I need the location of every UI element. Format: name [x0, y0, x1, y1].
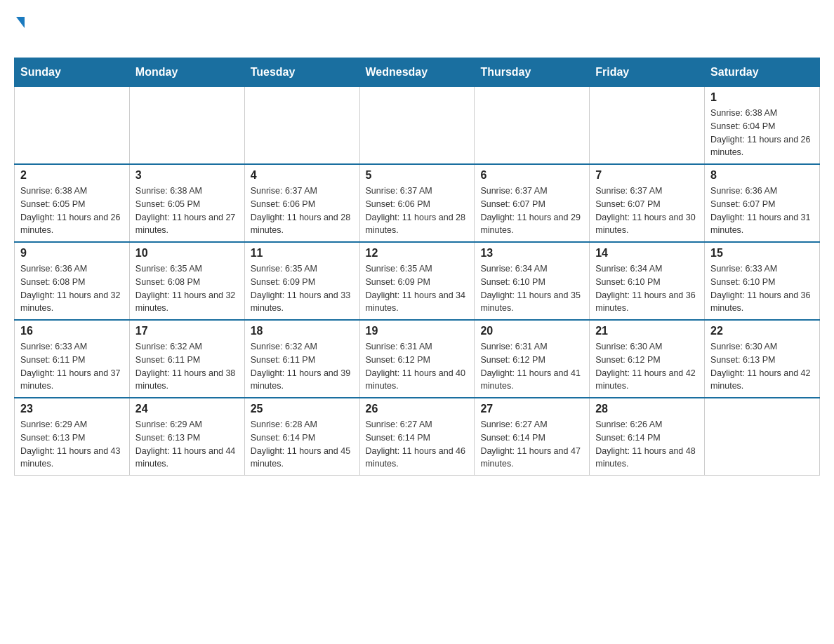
calendar-cell: 23Sunrise: 6:29 AMSunset: 6:13 PMDayligh… — [15, 398, 130, 476]
day-info: Sunrise: 6:38 AMSunset: 6:04 PMDaylight:… — [710, 107, 814, 159]
day-number: 19 — [366, 325, 469, 337]
calendar-cell: 18Sunrise: 6:32 AMSunset: 6:11 PMDayligh… — [244, 320, 359, 398]
weekday-header-wednesday: Wednesday — [359, 58, 475, 86]
day-info: Sunrise: 6:37 AMSunset: 6:06 PMDaylight:… — [251, 185, 354, 237]
calendar-week-row: 23Sunrise: 6:29 AMSunset: 6:13 PMDayligh… — [15, 398, 820, 476]
day-number: 12 — [366, 247, 469, 260]
calendar-cell: 6Sunrise: 6:37 AMSunset: 6:07 PMDaylight… — [475, 164, 590, 242]
day-number: 13 — [480, 247, 583, 260]
day-number: 10 — [135, 247, 239, 260]
calendar-cell: 14Sunrise: 6:34 AMSunset: 6:10 PMDayligh… — [590, 242, 705, 320]
day-number: 11 — [251, 247, 354, 260]
day-info: Sunrise: 6:30 AMSunset: 6:13 PMDaylight:… — [710, 340, 814, 393]
logo — [14, 14, 25, 51]
calendar-cell — [590, 86, 705, 164]
calendar-cell: 2Sunrise: 6:38 AMSunset: 6:05 PMDaylight… — [15, 164, 130, 242]
calendar-cell: 28Sunrise: 6:26 AMSunset: 6:14 PMDayligh… — [590, 398, 705, 476]
calendar-cell: 27Sunrise: 6:27 AMSunset: 6:14 PMDayligh… — [475, 398, 590, 476]
day-number: 23 — [20, 403, 124, 415]
calendar-cell: 1Sunrise: 6:38 AMSunset: 6:04 PMDaylight… — [705, 86, 820, 164]
calendar-cell: 15Sunrise: 6:33 AMSunset: 6:10 PMDayligh… — [705, 242, 820, 320]
day-number: 7 — [595, 169, 699, 182]
weekday-header-row: SundayMondayTuesdayWednesdayThursdayFrid… — [15, 58, 820, 86]
day-number: 6 — [480, 169, 583, 182]
weekday-header-monday: Monday — [129, 58, 244, 86]
calendar-cell: 10Sunrise: 6:35 AMSunset: 6:08 PMDayligh… — [129, 242, 244, 320]
day-info: Sunrise: 6:35 AMSunset: 6:09 PMDaylight:… — [251, 262, 354, 315]
day-number: 20 — [480, 325, 583, 337]
day-info: Sunrise: 6:34 AMSunset: 6:10 PMDaylight:… — [480, 262, 583, 315]
day-info: Sunrise: 6:27 AMSunset: 6:14 PMDaylight:… — [366, 418, 469, 471]
calendar-week-row: 2Sunrise: 6:38 AMSunset: 6:05 PMDaylight… — [15, 164, 820, 242]
day-info: Sunrise: 6:33 AMSunset: 6:10 PMDaylight:… — [710, 262, 814, 315]
day-number: 22 — [710, 325, 814, 337]
day-number: 27 — [480, 403, 583, 415]
day-number: 4 — [251, 169, 354, 182]
calendar-cell: 26Sunrise: 6:27 AMSunset: 6:14 PMDayligh… — [359, 398, 475, 476]
day-number: 8 — [710, 169, 814, 182]
day-info: Sunrise: 6:33 AMSunset: 6:11 PMDaylight:… — [20, 340, 124, 393]
day-info: Sunrise: 6:36 AMSunset: 6:07 PMDaylight:… — [710, 185, 814, 237]
calendar-cell: 8Sunrise: 6:36 AMSunset: 6:07 PMDaylight… — [705, 164, 820, 242]
day-number: 26 — [366, 403, 469, 415]
day-info: Sunrise: 6:27 AMSunset: 6:14 PMDaylight:… — [480, 418, 583, 471]
day-number: 15 — [710, 247, 814, 260]
calendar-cell: 16Sunrise: 6:33 AMSunset: 6:11 PMDayligh… — [15, 320, 130, 398]
calendar-cell: 7Sunrise: 6:37 AMSunset: 6:07 PMDaylight… — [590, 164, 705, 242]
page-header — [14, 14, 820, 51]
day-number: 18 — [251, 325, 354, 337]
day-info: Sunrise: 6:35 AMSunset: 6:08 PMDaylight:… — [135, 262, 239, 315]
calendar-table: SundayMondayTuesdayWednesdayThursdayFrid… — [14, 58, 820, 476]
day-info: Sunrise: 6:37 AMSunset: 6:07 PMDaylight:… — [480, 185, 583, 237]
day-number: 24 — [135, 403, 239, 415]
calendar-cell: 25Sunrise: 6:28 AMSunset: 6:14 PMDayligh… — [244, 398, 359, 476]
calendar-cell: 9Sunrise: 6:36 AMSunset: 6:08 PMDaylight… — [15, 242, 130, 320]
day-info: Sunrise: 6:31 AMSunset: 6:12 PMDaylight:… — [480, 340, 583, 393]
calendar-week-row: 16Sunrise: 6:33 AMSunset: 6:11 PMDayligh… — [15, 320, 820, 398]
day-number: 14 — [595, 247, 699, 260]
calendar-cell — [244, 86, 359, 164]
day-info: Sunrise: 6:26 AMSunset: 6:14 PMDaylight:… — [595, 418, 699, 471]
calendar-cell: 5Sunrise: 6:37 AMSunset: 6:06 PMDaylight… — [359, 164, 475, 242]
day-info: Sunrise: 6:31 AMSunset: 6:12 PMDaylight:… — [366, 340, 469, 393]
calendar-cell: 11Sunrise: 6:35 AMSunset: 6:09 PMDayligh… — [244, 242, 359, 320]
calendar-cell: 17Sunrise: 6:32 AMSunset: 6:11 PMDayligh… — [129, 320, 244, 398]
day-info: Sunrise: 6:32 AMSunset: 6:11 PMDaylight:… — [135, 340, 239, 393]
weekday-header-thursday: Thursday — [475, 58, 590, 86]
day-number: 28 — [595, 403, 699, 415]
calendar-cell — [705, 398, 820, 476]
day-info: Sunrise: 6:29 AMSunset: 6:13 PMDaylight:… — [20, 418, 124, 471]
day-info: Sunrise: 6:28 AMSunset: 6:14 PMDaylight:… — [251, 418, 354, 471]
calendar-cell: 20Sunrise: 6:31 AMSunset: 6:12 PMDayligh… — [475, 320, 590, 398]
calendar-cell: 3Sunrise: 6:38 AMSunset: 6:05 PMDaylight… — [129, 164, 244, 242]
day-info: Sunrise: 6:38 AMSunset: 6:05 PMDaylight:… — [20, 185, 124, 237]
calendar-cell — [475, 86, 590, 164]
calendar-cell: 19Sunrise: 6:31 AMSunset: 6:12 PMDayligh… — [359, 320, 475, 398]
weekday-header-sunday: Sunday — [15, 58, 130, 86]
calendar-week-row: 1Sunrise: 6:38 AMSunset: 6:04 PMDaylight… — [15, 86, 820, 164]
day-number: 16 — [20, 325, 124, 337]
day-info: Sunrise: 6:37 AMSunset: 6:06 PMDaylight:… — [366, 185, 469, 237]
day-number: 21 — [595, 325, 699, 337]
day-info: Sunrise: 6:37 AMSunset: 6:07 PMDaylight:… — [595, 185, 699, 237]
day-info: Sunrise: 6:36 AMSunset: 6:08 PMDaylight:… — [20, 262, 124, 315]
day-number: 3 — [135, 169, 239, 182]
day-info: Sunrise: 6:29 AMSunset: 6:13 PMDaylight:… — [135, 418, 239, 471]
day-number: 25 — [251, 403, 354, 415]
day-number: 2 — [20, 169, 124, 182]
calendar-week-row: 9Sunrise: 6:36 AMSunset: 6:08 PMDaylight… — [15, 242, 820, 320]
day-info: Sunrise: 6:34 AMSunset: 6:10 PMDaylight:… — [595, 262, 699, 315]
day-number: 9 — [20, 247, 124, 260]
weekday-header-friday: Friday — [590, 58, 705, 86]
calendar-cell: 22Sunrise: 6:30 AMSunset: 6:13 PMDayligh… — [705, 320, 820, 398]
weekday-header-tuesday: Tuesday — [244, 58, 359, 86]
calendar-cell: 4Sunrise: 6:37 AMSunset: 6:06 PMDaylight… — [244, 164, 359, 242]
day-number: 5 — [366, 169, 469, 182]
calendar-cell: 21Sunrise: 6:30 AMSunset: 6:12 PMDayligh… — [590, 320, 705, 398]
day-info: Sunrise: 6:30 AMSunset: 6:12 PMDaylight:… — [595, 340, 699, 393]
calendar-cell — [15, 86, 130, 164]
day-info: Sunrise: 6:32 AMSunset: 6:11 PMDaylight:… — [251, 340, 354, 393]
day-number: 1 — [710, 91, 814, 104]
logo-arrow-icon — [16, 17, 25, 28]
calendar-cell: 12Sunrise: 6:35 AMSunset: 6:09 PMDayligh… — [359, 242, 475, 320]
